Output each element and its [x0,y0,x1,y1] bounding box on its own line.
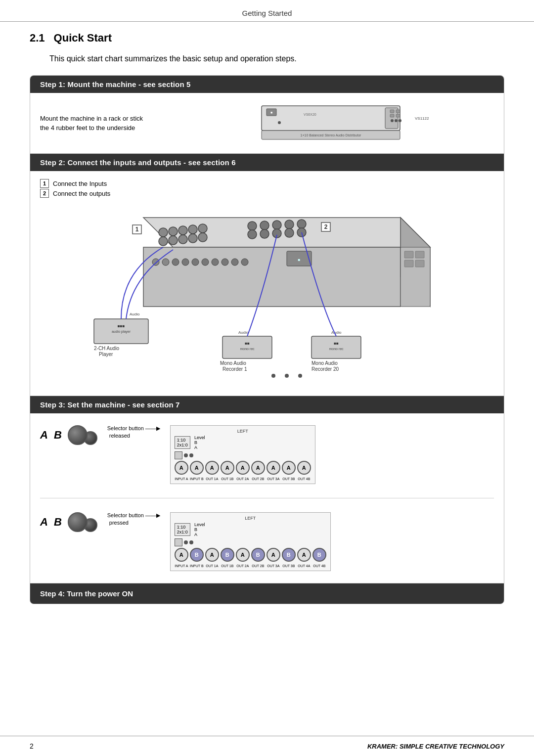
svg-text:1×10 Balanced Stereo Audio Dis: 1×10 Balanced Stereo Audio Distributor [301,133,361,137]
svg-point-46 [212,259,219,266]
svg-rect-6 [396,110,400,113]
svg-text:1: 1 [135,226,139,233]
svg-text:mono rec: mono rec [240,347,255,351]
step2-num1: 1 [40,179,49,188]
step2-bar: Step 2: Connect the inputs and outputs -… [30,154,504,171]
svg-point-40 [152,259,159,266]
led2-r [189,453,193,457]
svg-rect-53 [404,251,413,258]
ch-btn-p1: A [175,548,188,562]
page-header: Getting Started [0,0,534,22]
svg-point-79 [271,374,275,378]
ch-btn-r4: A [221,461,234,475]
svg-point-45 [202,259,209,266]
step2-num2: 2 [40,189,49,198]
ch-btn-p3: A [205,548,219,562]
page-footer: 2 KRAMER: SIMPLE CREATIVE TECHNOLOGY [0,736,534,756]
svg-text:VS1122: VS1122 [415,116,429,121]
svg-point-36 [260,229,269,238]
selector-arrow-released: Selector button ——▶ [107,425,160,432]
svg-point-22 [178,226,187,235]
step3-row1: A B Selector button ——▶ [40,421,494,488]
svg-text:■■: ■■ [334,341,339,346]
level-label-p: Level [194,522,205,527]
pl9: OUT 4A [297,564,311,568]
svg-rect-5 [390,110,394,113]
section-title: Quick Start [54,32,112,44]
front-panel-pressed: LEFT 1:10 2x1:0 Level B A [170,512,331,571]
svg-point-4 [278,121,281,124]
rl5: OUT 2A [236,477,250,481]
svg-point-32 [178,235,187,244]
sq-button-p [175,538,182,546]
rl2: INPUT B [190,477,204,481]
svg-text:mono rec: mono rec [329,347,344,351]
rl9: OUT 4B [297,477,311,481]
knob-b-label: B [54,429,62,442]
led2-p [189,540,193,544]
selector-state-pressed: pressed [109,520,160,526]
ch-btn-p8: B [282,548,296,562]
pl2: INPUT B [190,564,204,568]
front-panel-released: LEFT 1:10 2x1:0 Level B A [170,425,315,484]
selector-text-released: Selector button ——▶ [107,425,160,432]
ch-btn-r9: A [297,461,311,475]
display-released: 1:10 2x1:0 [175,436,190,449]
step1-bar: Step 1: Mount the machine - see section … [30,76,504,93]
step3-content: A B Selector button ——▶ [40,421,494,575]
svg-text:Audio: Audio [130,312,140,316]
svg-point-9 [391,119,394,122]
sq-button-r [175,451,182,459]
svg-rect-54 [415,251,424,258]
svg-point-49 [241,259,248,266]
pl4: OUT 1B [221,564,234,568]
svg-text:2: 2 [324,223,328,230]
svg-text:Audio: Audio [331,330,342,335]
rl1: INPUT A [175,477,188,481]
svg-point-28 [285,220,294,229]
svg-rect-0 [262,106,400,131]
left-label-p: LEFT [175,516,326,521]
step2-panel: 1 Connect the Inputs 2 Connect the outpu… [30,171,504,396]
ch-btn-r8: A [282,461,296,475]
svg-point-26 [260,221,269,230]
ch-btn-r1: A [175,461,188,475]
svg-rect-55 [404,260,413,267]
rl6: OUT 2B [251,477,265,481]
footer-page-number: 2 [30,742,34,750]
svg-point-20 [159,228,168,237]
level-indicator-p: Level B A [194,522,205,537]
pl7: OUT 3A [267,564,280,568]
svg-point-44 [192,259,199,266]
step2-label1: Connect the Inputs [53,180,107,187]
step1-panel: Mount the machine in a rack or stick the… [30,93,504,154]
step1-text: Mount the machine in a rack or stick the… [40,114,143,133]
svg-point-38 [285,228,294,237]
panel-controls-r [175,451,311,459]
svg-point-24 [198,224,207,233]
svg-point-10 [395,119,398,122]
step3-row2: A B Selector button ——▶ [40,508,494,575]
rl4: OUT 1B [221,477,234,481]
section-number: 2.1 [30,32,45,44]
knob-a-label2: A [40,516,48,529]
step2-label2: Connect the outputs [53,190,110,197]
pl8: OUT 3B [282,564,296,568]
knob-a2 [68,512,88,532]
step3-selector-released: Selector button ——▶ released [107,425,160,439]
step3-panel: A B Selector button ——▶ [30,413,504,583]
step2-instructions: 1 Connect the Inputs 2 Connect the outpu… [40,179,494,198]
svg-point-43 [182,259,189,266]
step3-bar: Step 3: Set the machine - see section 7 [30,396,504,413]
ch-btn-r3: A [205,461,219,475]
svg-point-21 [169,227,178,236]
knob-b-label2: B [54,516,62,529]
svg-text:2-CH Audio: 2-CH Audio [94,346,120,351]
intro-text: This quick start chart summarizes the ba… [49,54,504,63]
pl6: OUT 2B [251,564,265,568]
row-labels-pressed: INPUT A INPUT B OUT 1A OUT 1B OUT 2A OUT… [175,564,326,568]
knob-a [68,425,88,445]
selector-state-released: released [109,433,160,439]
svg-text:Audio: Audio [238,330,249,335]
display-line1: 1:10 [177,438,188,443]
